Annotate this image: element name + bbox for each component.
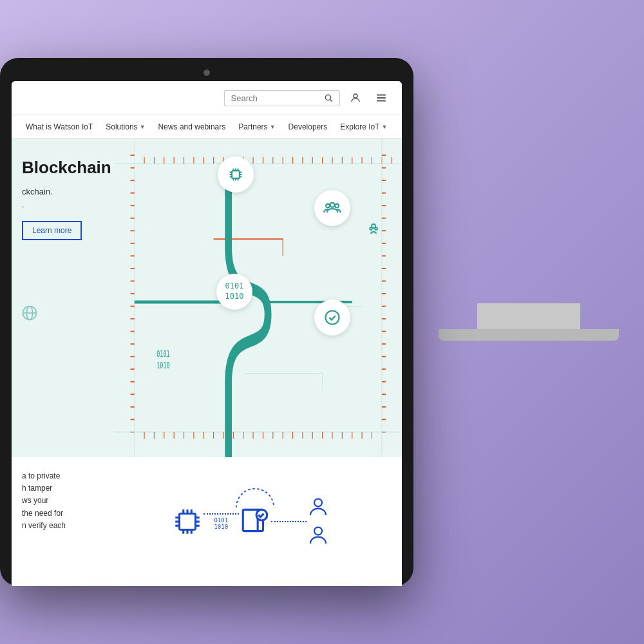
svg-point-134 — [326, 311, 339, 325]
svg-text:1010: 1010 — [156, 360, 169, 371]
hero-subtitle: ckchain. . — [22, 185, 104, 211]
connector-h2 — [271, 521, 307, 522]
connector-h1: 0101 1010 — [204, 513, 239, 530]
monitor-stand — [413, 303, 644, 341]
chip-diagram-icon — [171, 506, 204, 538]
globe-icon — [21, 304, 39, 325]
menu-icon-button[interactable] — [371, 88, 392, 108]
nav-item-explore-iot[interactable]: Explore IoT ▼ — [334, 115, 393, 138]
svg-point-150 — [314, 499, 322, 507]
svg-point-151 — [314, 527, 322, 535]
svg-point-0 — [325, 95, 330, 100]
binary-node-circle: 0101 1010 — [216, 274, 252, 310]
persons-stack — [307, 496, 330, 547]
monitor-base — [439, 329, 619, 341]
security-icon-circle — [314, 299, 350, 336]
svg-point-132 — [370, 227, 372, 230]
explore-iot-chevron: ▼ — [382, 124, 388, 130]
search-input[interactable] — [231, 93, 320, 103]
person-small-icon — [366, 222, 381, 238]
monitor: What is Watson IoT Solutions ▼ News and … — [0, 58, 413, 586]
svg-point-129 — [326, 204, 330, 208]
partners-chevron: ▼ — [270, 124, 276, 130]
search-icon — [324, 93, 333, 102]
hero-left: Blockchain ckchain. . Learn more — [12, 138, 115, 457]
solutions-chevron: ▼ — [140, 124, 146, 130]
svg-point-130 — [335, 204, 339, 208]
nav-item-partners[interactable]: Partners ▼ — [232, 115, 281, 138]
blockchain-visualization: 0101 1010 0101 1010 — [115, 138, 402, 457]
svg-text:0101: 0101 — [156, 348, 169, 359]
hero-title: Blockchain — [22, 158, 104, 178]
svg-point-133 — [375, 227, 377, 230]
svg-point-2 — [354, 94, 357, 98]
search-bar[interactable] — [224, 90, 340, 106]
svg-rect-115 — [232, 171, 240, 178]
svg-point-128 — [330, 203, 335, 207]
second-section-visual: 0101 1010 — [109, 470, 392, 573]
monitor-screen: What is Watson IoT Solutions ▼ News and … — [12, 81, 402, 586]
svg-line-1 — [330, 100, 332, 102]
hero-cta-button[interactable]: Learn more — [22, 221, 82, 240]
second-section: a to private h tamper ws your the need f… — [12, 457, 402, 586]
nav-item-solutions[interactable]: Solutions ▼ — [99, 115, 151, 138]
svg-rect-136 — [179, 514, 195, 530]
hero-visual: 0101 1010 0101 1010 — [115, 138, 402, 457]
book-check-icon — [239, 504, 271, 539]
monitor-camera — [204, 70, 210, 76]
chip-icon-circle — [218, 156, 254, 193]
monitor-neck — [477, 303, 580, 329]
nav-item-developers[interactable]: Developers — [282, 115, 334, 138]
nav-item-news[interactable]: News and webinars — [152, 115, 232, 138]
navbar-top — [12, 81, 402, 115]
navbar-bottom: What is Watson IoT Solutions ▼ News and … — [12, 115, 402, 138]
hero-section: Blockchain ckchain. . Learn more — [12, 138, 402, 457]
nav-item-watson-iot[interactable]: What is Watson IoT — [19, 115, 99, 138]
user-icon-button[interactable] — [345, 88, 366, 108]
people-icon-circle — [314, 190, 350, 226]
second-section-text: a to private h tamper ws your the need f… — [22, 470, 99, 573]
